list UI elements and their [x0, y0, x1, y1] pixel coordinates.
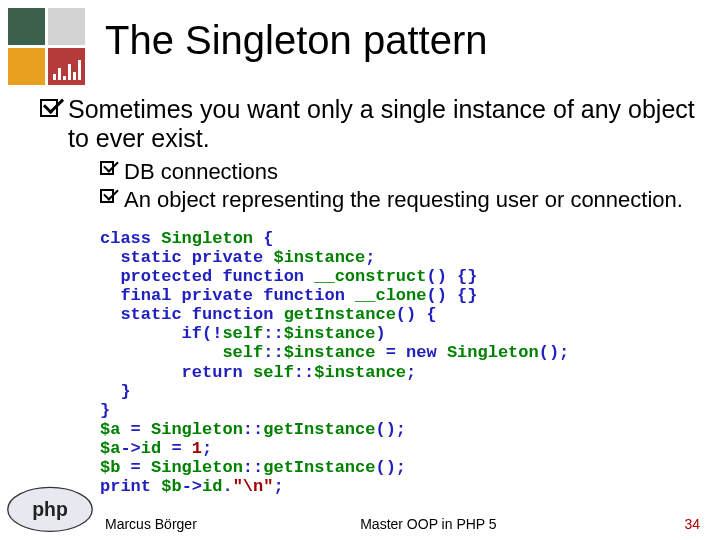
footer: Marcus Börger Master OOP in PHP 5 34	[105, 516, 700, 532]
brand-square-orange	[8, 48, 45, 85]
bullet-sub: DB connections	[100, 159, 702, 185]
slide: The Singleton pattern Sometimes you want…	[0, 0, 720, 540]
footer-slide-number: 34	[660, 516, 700, 532]
check-icon	[40, 99, 58, 117]
bullet-main: Sometimes you want only a single instanc…	[40, 95, 702, 153]
brand-bars-icon	[53, 60, 81, 80]
sub-bullets: DB connections An object representing th…	[100, 159, 702, 214]
check-icon	[100, 189, 114, 203]
check-icon	[100, 161, 114, 175]
brand-square-green	[8, 8, 45, 45]
footer-course: Master OOP in PHP 5	[360, 516, 496, 532]
php-logo-icon: php	[6, 484, 94, 534]
slide-body: Sometimes you want only a single instanc…	[40, 95, 702, 496]
bullet-sub-text: DB connections	[124, 159, 278, 185]
brand-square-red	[48, 48, 85, 85]
slide-title: The Singleton pattern	[105, 18, 700, 63]
svg-text:php: php	[32, 498, 68, 520]
bullet-main-text: Sometimes you want only a single instanc…	[68, 95, 702, 153]
bullet-sub-text: An object representing the requesting us…	[124, 187, 683, 213]
footer-author: Marcus Börger	[105, 516, 197, 532]
code-block: class Singleton { static private $instan…	[100, 229, 702, 495]
brand-square-grey	[48, 8, 85, 45]
brand-squares	[8, 8, 88, 88]
bullet-sub: An object representing the requesting us…	[100, 187, 702, 213]
